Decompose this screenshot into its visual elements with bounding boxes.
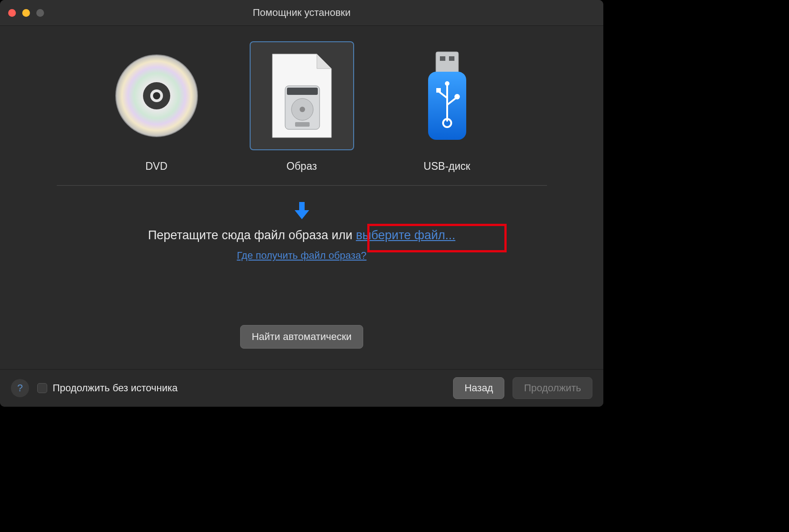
source-option-image-label: Образ — [286, 160, 317, 172]
svg-rect-13 — [449, 56, 454, 61]
dvd-icon — [104, 41, 209, 150]
source-options: DVD — [104, 41, 499, 172]
usb-drive-icon — [395, 41, 499, 150]
svg-rect-17 — [436, 88, 441, 93]
down-arrow-icon — [293, 200, 311, 222]
source-option-dvd[interactable]: DVD — [104, 41, 209, 172]
window-controls — [8, 9, 44, 17]
svg-point-9 — [300, 107, 305, 112]
main-panel: DVD — [0, 26, 603, 369]
zoom-icon[interactable] — [36, 9, 44, 17]
continue-without-source-checkbox[interactable]: Продолжить без источника — [37, 382, 178, 394]
choose-file-link[interactable]: выберите файл... — [356, 228, 455, 242]
footer: ? Продолжить без источника Назад Продолж… — [0, 369, 603, 407]
find-automatically-button[interactable]: Найти автоматически — [240, 325, 363, 349]
continue-without-source-label: Продолжить без источника — [53, 382, 178, 394]
close-icon[interactable] — [8, 9, 16, 17]
disk-image-icon — [250, 41, 354, 150]
titlebar: Помощник установки — [0, 0, 603, 26]
continue-button: Продолжить — [513, 377, 592, 399]
window-title: Помощник установки — [253, 7, 351, 19]
svg-rect-11 — [436, 52, 459, 74]
source-option-usb-label: USB-диск — [424, 160, 470, 172]
source-option-dvd-label: DVD — [145, 160, 168, 172]
installer-assistant-window: Помощник установки — [0, 0, 603, 407]
svg-rect-7 — [287, 88, 318, 95]
source-option-usb[interactable]: USB-диск — [395, 41, 499, 172]
svg-rect-10 — [295, 122, 310, 127]
svg-point-18 — [454, 94, 460, 99]
drop-instruction: Перетащите сюда файл образа или выберите… — [148, 228, 455, 242]
svg-rect-12 — [440, 56, 445, 61]
svg-point-3 — [153, 92, 160, 99]
svg-marker-5 — [317, 54, 331, 69]
back-button[interactable]: Назад — [453, 377, 504, 399]
minimize-icon[interactable] — [22, 9, 30, 17]
where-to-get-image-link[interactable]: Где получить файл образа? — [237, 250, 367, 261]
drop-instruction-text: Перетащите сюда файл образа или — [148, 228, 356, 242]
divider — [57, 185, 547, 186]
help-button[interactable]: ? — [11, 379, 29, 397]
source-option-image[interactable]: Образ — [250, 41, 354, 172]
svg-point-16 — [445, 81, 449, 86]
checkbox-icon — [37, 383, 47, 393]
